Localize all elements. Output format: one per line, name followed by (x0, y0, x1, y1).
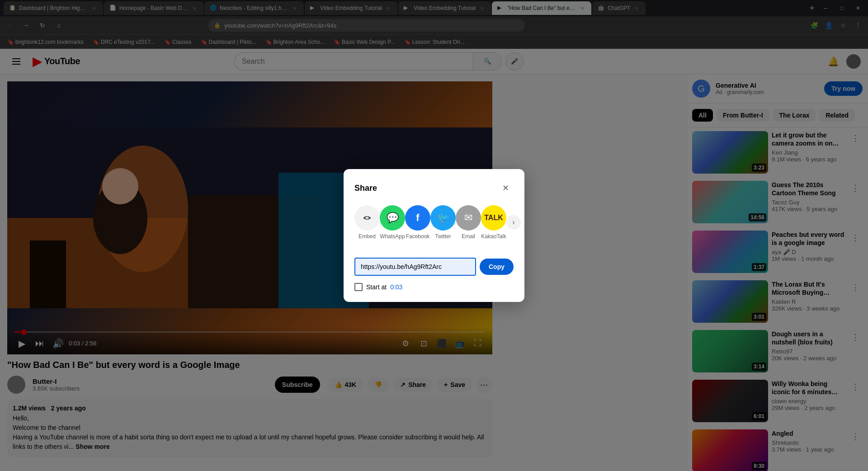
share-link-row: Copy (354, 258, 514, 276)
share-next-arrow[interactable]: › (506, 215, 521, 230)
modal-header: Share ✕ (354, 180, 514, 196)
start-at-time[interactable]: 0:03 (390, 283, 402, 291)
share-icon-whatsapp[interactable]: 💬 WhatsApp (380, 205, 405, 240)
share-icon-label-kakao: KakaoTalk (481, 233, 506, 240)
share-icon-label-email: Email (462, 233, 475, 240)
share-modal-overlay[interactable]: Share ✕ <> Embed 💬 WhatsApp f Facebook 🐦… (0, 0, 868, 471)
share-icon-embed[interactable]: <> Embed (354, 205, 380, 240)
share-icon-circle-kakao: TALK (481, 205, 506, 231)
share-icon-facebook[interactable]: f Facebook (405, 205, 430, 240)
start-at-checkbox[interactable] (354, 283, 363, 291)
start-at-label: Start at (366, 283, 387, 291)
share-icon-kakao[interactable]: TALK KakaoTalk (481, 205, 506, 240)
share-icon-circle-twitter: 🐦 (430, 205, 456, 231)
share-modal: Share ✕ <> Embed 💬 WhatsApp f Facebook 🐦… (344, 169, 524, 302)
share-icon-email[interactable]: ✉ Email (456, 205, 481, 240)
start-at-row: Start at 0:03 (354, 283, 514, 291)
share-icon-circle-whatsapp: 💬 (380, 205, 405, 231)
share-icon-label-whatsapp: WhatsApp (380, 233, 405, 240)
share-icon-twitter[interactable]: 🐦 Twitter (430, 205, 456, 240)
share-icon-circle-embed: <> (354, 205, 380, 231)
modal-close-button[interactable]: ✕ (497, 180, 514, 196)
share-link-input[interactable] (354, 258, 476, 276)
share-icon-label-twitter: Twitter (435, 233, 451, 240)
share-icon-label-facebook: Facebook (406, 233, 430, 240)
share-icons-row: <> Embed 💬 WhatsApp f Facebook 🐦 Twitter… (354, 205, 514, 240)
share-icon-label-embed: Embed (359, 233, 376, 240)
share-icon-circle-facebook: f (405, 205, 430, 231)
share-icon-circle-email: ✉ (456, 205, 481, 231)
copy-button[interactable]: Copy (480, 259, 514, 275)
modal-title: Share (354, 184, 377, 193)
